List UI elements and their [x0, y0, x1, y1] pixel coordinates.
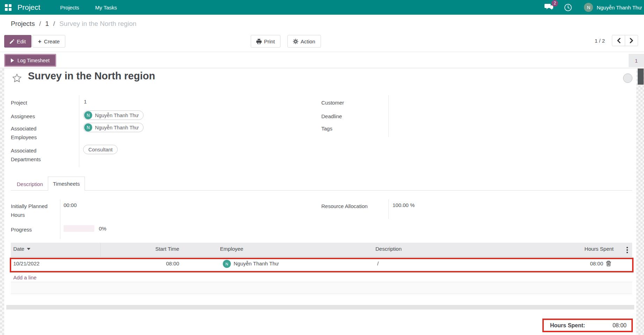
- print-button-label: Print: [264, 38, 275, 44]
- customer-label: Customer: [321, 98, 344, 107]
- tab-description[interactable]: Description: [15, 180, 44, 188]
- cell-hours-spent: 08:00: [590, 261, 603, 266]
- column-header-date[interactable]: Date: [13, 246, 30, 252]
- assignee-name: Nguyễn Thanh Thư: [95, 113, 139, 118]
- cell-date: 10/21/2022: [13, 261, 39, 266]
- user-menu[interactable]: Nguyễn Thanh Thư: [597, 5, 642, 10]
- printer-icon: [256, 39, 262, 44]
- column-divider: [100, 243, 101, 257]
- delete-row-button[interactable]: [606, 261, 611, 266]
- tabbar-divider: [11, 190, 632, 191]
- deadline-label: Deadline: [321, 112, 342, 121]
- cell-start-time: 08:00: [166, 261, 179, 266]
- planned-hours-value: 00:00: [64, 202, 77, 208]
- nav-item-my-tasks[interactable]: My Tasks: [95, 5, 117, 10]
- record-pager: 1 / 2: [595, 35, 638, 46]
- message-count-badge: 2: [551, 0, 558, 7]
- edit-button[interactable]: Edit: [4, 35, 31, 48]
- planned-hours-label: Initially Planned Hours: [11, 202, 54, 219]
- print-button[interactable]: Print: [251, 35, 280, 48]
- resource-allocation-label: Resource Allocation: [321, 202, 368, 211]
- gear-icon: [293, 39, 298, 44]
- row-employee-avatar: N: [223, 260, 231, 268]
- odoo-task-form-page: Project Projects My Tasks 2 N Nguyễn Tha…: [0, 0, 644, 335]
- app-name: Project: [17, 3, 40, 12]
- nav-menu: Projects My Tasks: [60, 5, 117, 10]
- stage-badge[interactable]: 1: [629, 54, 644, 67]
- activities-clock-icon[interactable]: [564, 3, 572, 12]
- assignee-pill[interactable]: N Nguyễn Thanh Thư: [83, 111, 144, 120]
- column-header-employee[interactable]: Employee: [220, 246, 243, 252]
- breadcrumb-separator: /: [39, 20, 41, 27]
- nav-item-projects[interactable]: Projects: [60, 5, 79, 10]
- form-statusbar: Log Timesheet 1: [0, 52, 644, 68]
- timesheet-table-header: [11, 243, 632, 257]
- pencil-icon: [10, 39, 14, 44]
- tab-timesheets[interactable]: Timesheets: [48, 177, 85, 191]
- detail-group-separator: [60, 199, 60, 239]
- annotation-highlight-total: Hours Spent: 08:00: [542, 319, 633, 332]
- employee-avatar: N: [84, 123, 92, 131]
- tags-label: Tags: [321, 124, 332, 133]
- cell-employee: Nguyễn Thanh Thư: [234, 261, 279, 266]
- task-title: Survey in the North region: [28, 70, 155, 82]
- breadcrumb-separator: /: [53, 20, 55, 27]
- sort-desc-icon: [27, 248, 30, 250]
- breadcrumb-projects-link[interactable]: Projects: [11, 20, 35, 27]
- progress-label: Progress: [11, 225, 32, 234]
- play-icon: [11, 58, 14, 63]
- action-button-label: Action: [301, 38, 315, 44]
- employee-name: Nguyễn Thanh Thư: [95, 125, 139, 130]
- department-name: Consultant: [88, 147, 112, 152]
- apps-grid-icon[interactable]: [5, 4, 12, 11]
- user-avatar[interactable]: N: [584, 3, 593, 12]
- kanban-state-icon[interactable]: [623, 73, 632, 83]
- breadcrumb: Projects / 1 / Survey in the North regio…: [11, 20, 137, 28]
- chevron-right-icon: [630, 38, 634, 43]
- empty-table-row: [11, 282, 632, 294]
- associated-employee-pill[interactable]: N Nguyễn Thanh Thư: [83, 123, 144, 132]
- annotation-highlight-row: [10, 258, 634, 272]
- hours-spent-total-value: 08:00: [613, 322, 627, 329]
- cell-description: /: [377, 261, 379, 266]
- project-value[interactable]: 1: [84, 99, 87, 105]
- left-transparent-margin: [0, 69, 4, 335]
- column-header-hours-spent[interactable]: Hours Spent: [585, 246, 614, 252]
- action-buttons: Print Action: [251, 35, 321, 48]
- assignee-avatar: N: [84, 111, 92, 119]
- right-group-separator: [388, 95, 389, 137]
- add-a-line-link[interactable]: Add a line: [13, 275, 37, 280]
- column-header-start-time[interactable]: Start Time: [155, 246, 179, 252]
- chevron-left-icon: [617, 38, 621, 43]
- scrollbar-track[interactable]: [636, 69, 644, 335]
- left-group-separator: [79, 95, 79, 167]
- resource-allocation-value: 100.00 %: [393, 202, 415, 208]
- column-header-description[interactable]: Description: [375, 246, 402, 252]
- pager-previous-button[interactable]: [612, 35, 625, 46]
- department-pill[interactable]: Consultant: [83, 145, 118, 154]
- trash-icon: [606, 261, 611, 266]
- progress-bar: [64, 225, 94, 232]
- messages-icon[interactable]: 2: [544, 3, 554, 12]
- create-button[interactable]: + Create: [32, 35, 65, 48]
- edit-button-label: Edit: [17, 38, 26, 44]
- project-label: Project: [11, 98, 27, 107]
- pager-next-button[interactable]: [625, 35, 638, 46]
- log-timesheet-label: Log Timesheet: [17, 58, 50, 63]
- action-button[interactable]: Action: [287, 35, 321, 48]
- plus-icon: +: [38, 38, 42, 44]
- breadcrumb-current: Survey in the North region: [59, 20, 137, 27]
- horizontal-scrollbar[interactable]: [6, 305, 634, 309]
- scrollbar-thumb[interactable]: [638, 69, 644, 85]
- pager-counter: 1 / 2: [595, 38, 605, 44]
- resource-group-separator: [388, 199, 389, 219]
- assignees-label: Assignees: [11, 112, 35, 121]
- hours-spent-total-label: Hours Spent:: [550, 322, 585, 329]
- record-buttons: Edit + Create: [4, 35, 65, 48]
- associated-departments-label: Associated Departments: [11, 146, 49, 164]
- log-timesheet-button[interactable]: Log Timesheet: [4, 54, 56, 67]
- column-options-icon[interactable]: [624, 246, 631, 254]
- progress-value: 0%: [99, 226, 107, 231]
- favorite-star-icon[interactable]: [12, 73, 22, 83]
- breadcrumb-record-link[interactable]: 1: [45, 20, 49, 27]
